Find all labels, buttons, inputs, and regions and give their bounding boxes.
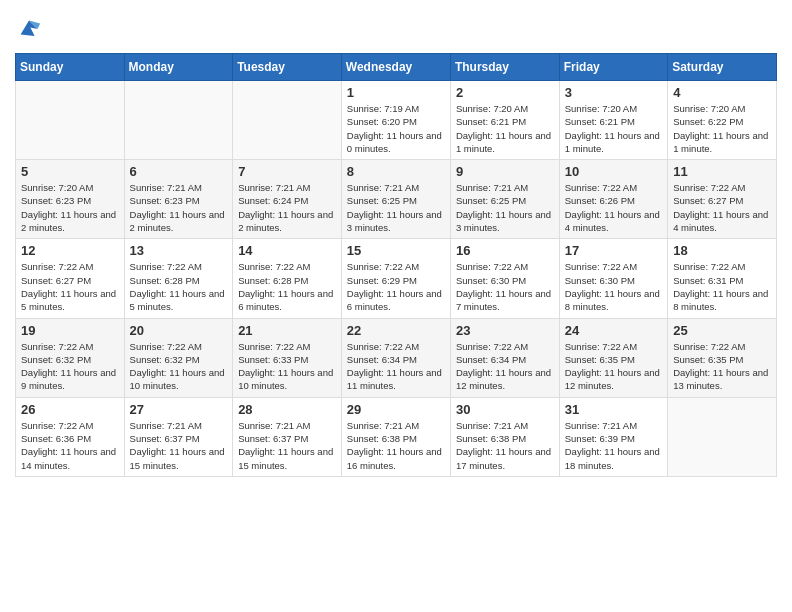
calendar-cell: 7Sunrise: 7:21 AM Sunset: 6:24 PM Daylig…: [233, 160, 342, 239]
calendar-cell: 3Sunrise: 7:20 AM Sunset: 6:21 PM Daylig…: [559, 81, 667, 160]
day-info: Sunrise: 7:22 AM Sunset: 6:30 PM Dayligh…: [565, 260, 662, 313]
day-info: Sunrise: 7:20 AM Sunset: 6:21 PM Dayligh…: [565, 102, 662, 155]
calendar-cell: 22Sunrise: 7:22 AM Sunset: 6:34 PM Dayli…: [341, 318, 450, 397]
day-info: Sunrise: 7:22 AM Sunset: 6:28 PM Dayligh…: [130, 260, 228, 313]
calendar-day-header: Friday: [559, 54, 667, 81]
day-info: Sunrise: 7:21 AM Sunset: 6:24 PM Dayligh…: [238, 181, 336, 234]
calendar-cell: 15Sunrise: 7:22 AM Sunset: 6:29 PM Dayli…: [341, 239, 450, 318]
day-number: 14: [238, 243, 336, 258]
day-number: 10: [565, 164, 662, 179]
day-number: 23: [456, 323, 554, 338]
day-number: 6: [130, 164, 228, 179]
day-number: 2: [456, 85, 554, 100]
calendar-cell: 25Sunrise: 7:22 AM Sunset: 6:35 PM Dayli…: [668, 318, 777, 397]
calendar-day-header: Tuesday: [233, 54, 342, 81]
day-info: Sunrise: 7:22 AM Sunset: 6:27 PM Dayligh…: [673, 181, 771, 234]
calendar-cell: 18Sunrise: 7:22 AM Sunset: 6:31 PM Dayli…: [668, 239, 777, 318]
day-number: 9: [456, 164, 554, 179]
day-info: Sunrise: 7:22 AM Sunset: 6:34 PM Dayligh…: [347, 340, 445, 393]
calendar-cell: 2Sunrise: 7:20 AM Sunset: 6:21 PM Daylig…: [450, 81, 559, 160]
calendar-week-row: 5Sunrise: 7:20 AM Sunset: 6:23 PM Daylig…: [16, 160, 777, 239]
day-info: Sunrise: 7:21 AM Sunset: 6:23 PM Dayligh…: [130, 181, 228, 234]
day-info: Sunrise: 7:21 AM Sunset: 6:37 PM Dayligh…: [130, 419, 228, 472]
day-number: 16: [456, 243, 554, 258]
calendar-cell: 21Sunrise: 7:22 AM Sunset: 6:33 PM Dayli…: [233, 318, 342, 397]
calendar-cell: [16, 81, 125, 160]
day-number: 19: [21, 323, 119, 338]
calendar-cell: 14Sunrise: 7:22 AM Sunset: 6:28 PM Dayli…: [233, 239, 342, 318]
calendar-cell: 17Sunrise: 7:22 AM Sunset: 6:30 PM Dayli…: [559, 239, 667, 318]
day-number: 31: [565, 402, 662, 417]
calendar-week-row: 12Sunrise: 7:22 AM Sunset: 6:27 PM Dayli…: [16, 239, 777, 318]
day-number: 22: [347, 323, 445, 338]
day-info: Sunrise: 7:19 AM Sunset: 6:20 PM Dayligh…: [347, 102, 445, 155]
day-info: Sunrise: 7:22 AM Sunset: 6:29 PM Dayligh…: [347, 260, 445, 313]
day-number: 7: [238, 164, 336, 179]
calendar-cell: [233, 81, 342, 160]
calendar-cell: 10Sunrise: 7:22 AM Sunset: 6:26 PM Dayli…: [559, 160, 667, 239]
calendar-cell: 4Sunrise: 7:20 AM Sunset: 6:22 PM Daylig…: [668, 81, 777, 160]
day-info: Sunrise: 7:22 AM Sunset: 6:35 PM Dayligh…: [565, 340, 662, 393]
day-number: 29: [347, 402, 445, 417]
calendar-cell: 26Sunrise: 7:22 AM Sunset: 6:36 PM Dayli…: [16, 397, 125, 476]
calendar-cell: 5Sunrise: 7:20 AM Sunset: 6:23 PM Daylig…: [16, 160, 125, 239]
calendar-cell: 28Sunrise: 7:21 AM Sunset: 6:37 PM Dayli…: [233, 397, 342, 476]
calendar-cell: 24Sunrise: 7:22 AM Sunset: 6:35 PM Dayli…: [559, 318, 667, 397]
calendar-table: SundayMondayTuesdayWednesdayThursdayFrid…: [15, 53, 777, 477]
calendar-day-header: Thursday: [450, 54, 559, 81]
day-info: Sunrise: 7:22 AM Sunset: 6:31 PM Dayligh…: [673, 260, 771, 313]
day-number: 15: [347, 243, 445, 258]
calendar-day-header: Saturday: [668, 54, 777, 81]
calendar-header-row: SundayMondayTuesdayWednesdayThursdayFrid…: [16, 54, 777, 81]
calendar-week-row: 1Sunrise: 7:19 AM Sunset: 6:20 PM Daylig…: [16, 81, 777, 160]
calendar-cell: 12Sunrise: 7:22 AM Sunset: 6:27 PM Dayli…: [16, 239, 125, 318]
calendar-cell: 31Sunrise: 7:21 AM Sunset: 6:39 PM Dayli…: [559, 397, 667, 476]
calendar-week-row: 26Sunrise: 7:22 AM Sunset: 6:36 PM Dayli…: [16, 397, 777, 476]
day-info: Sunrise: 7:20 AM Sunset: 6:22 PM Dayligh…: [673, 102, 771, 155]
day-number: 11: [673, 164, 771, 179]
logo-bird-icon: [15, 15, 43, 43]
day-number: 12: [21, 243, 119, 258]
day-number: 28: [238, 402, 336, 417]
calendar-cell: 19Sunrise: 7:22 AM Sunset: 6:32 PM Dayli…: [16, 318, 125, 397]
day-number: 26: [21, 402, 119, 417]
day-info: Sunrise: 7:20 AM Sunset: 6:23 PM Dayligh…: [21, 181, 119, 234]
calendar-cell: 8Sunrise: 7:21 AM Sunset: 6:25 PM Daylig…: [341, 160, 450, 239]
day-info: Sunrise: 7:22 AM Sunset: 6:32 PM Dayligh…: [130, 340, 228, 393]
day-info: Sunrise: 7:22 AM Sunset: 6:28 PM Dayligh…: [238, 260, 336, 313]
day-info: Sunrise: 7:22 AM Sunset: 6:35 PM Dayligh…: [673, 340, 771, 393]
day-number: 18: [673, 243, 771, 258]
day-number: 5: [21, 164, 119, 179]
calendar-cell: 9Sunrise: 7:21 AM Sunset: 6:25 PM Daylig…: [450, 160, 559, 239]
day-info: Sunrise: 7:21 AM Sunset: 6:37 PM Dayligh…: [238, 419, 336, 472]
day-info: Sunrise: 7:21 AM Sunset: 6:25 PM Dayligh…: [347, 181, 445, 234]
page-header: [15, 15, 777, 43]
day-number: 20: [130, 323, 228, 338]
day-info: Sunrise: 7:22 AM Sunset: 6:33 PM Dayligh…: [238, 340, 336, 393]
day-info: Sunrise: 7:20 AM Sunset: 6:21 PM Dayligh…: [456, 102, 554, 155]
calendar-cell: 20Sunrise: 7:22 AM Sunset: 6:32 PM Dayli…: [124, 318, 233, 397]
calendar-cell: 11Sunrise: 7:22 AM Sunset: 6:27 PM Dayli…: [668, 160, 777, 239]
calendar-cell: 23Sunrise: 7:22 AM Sunset: 6:34 PM Dayli…: [450, 318, 559, 397]
calendar-cell: 6Sunrise: 7:21 AM Sunset: 6:23 PM Daylig…: [124, 160, 233, 239]
calendar-cell: 30Sunrise: 7:21 AM Sunset: 6:38 PM Dayli…: [450, 397, 559, 476]
day-info: Sunrise: 7:21 AM Sunset: 6:38 PM Dayligh…: [347, 419, 445, 472]
calendar-cell: 16Sunrise: 7:22 AM Sunset: 6:30 PM Dayli…: [450, 239, 559, 318]
day-number: 13: [130, 243, 228, 258]
day-info: Sunrise: 7:21 AM Sunset: 6:25 PM Dayligh…: [456, 181, 554, 234]
day-info: Sunrise: 7:22 AM Sunset: 6:27 PM Dayligh…: [21, 260, 119, 313]
day-number: 27: [130, 402, 228, 417]
day-number: 17: [565, 243, 662, 258]
calendar-day-header: Sunday: [16, 54, 125, 81]
calendar-cell: 29Sunrise: 7:21 AM Sunset: 6:38 PM Dayli…: [341, 397, 450, 476]
day-info: Sunrise: 7:22 AM Sunset: 6:26 PM Dayligh…: [565, 181, 662, 234]
calendar-cell: 27Sunrise: 7:21 AM Sunset: 6:37 PM Dayli…: [124, 397, 233, 476]
day-number: 21: [238, 323, 336, 338]
calendar-cell: 1Sunrise: 7:19 AM Sunset: 6:20 PM Daylig…: [341, 81, 450, 160]
day-number: 24: [565, 323, 662, 338]
day-number: 4: [673, 85, 771, 100]
day-number: 25: [673, 323, 771, 338]
day-info: Sunrise: 7:21 AM Sunset: 6:38 PM Dayligh…: [456, 419, 554, 472]
calendar-cell: [668, 397, 777, 476]
day-info: Sunrise: 7:22 AM Sunset: 6:34 PM Dayligh…: [456, 340, 554, 393]
